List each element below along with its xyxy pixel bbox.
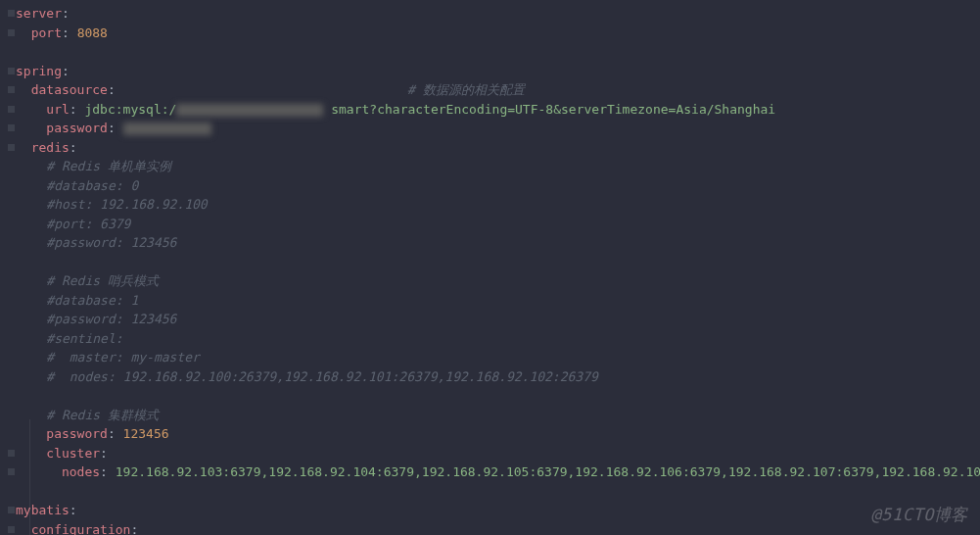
code-line[interactable]: port: 8088 <box>16 24 980 43</box>
token-c <box>16 331 46 346</box>
token-n: 8088 <box>77 25 108 40</box>
token-c <box>16 446 46 461</box>
inline-comment: # 数据源的相关配置 <box>407 80 525 100</box>
fold-marker[interactable] <box>8 86 15 93</box>
code-line[interactable]: #host: 192.168.92.100 <box>16 195 980 215</box>
redacted-text <box>123 122 211 135</box>
token-k: cluster <box>46 446 100 461</box>
code-line[interactable]: nodes: 192.168.92.103:6379,192.168.92.10… <box>16 462 980 482</box>
fold-marker[interactable] <box>8 450 15 457</box>
token-k: mybatis <box>16 503 70 517</box>
watermark: @51CTO博客 <box>871 503 968 528</box>
fold-marker[interactable] <box>8 124 15 131</box>
token-c: : <box>70 503 77 517</box>
token-c: : <box>100 446 108 461</box>
token-c: : <box>130 522 138 536</box>
token-k: server <box>16 6 62 21</box>
token-k: redis <box>31 140 70 155</box>
code-line[interactable]: password: 123456 <box>16 424 980 444</box>
token-c <box>16 273 46 288</box>
token-c: : <box>70 140 77 155</box>
code-line[interactable]: # nodes: 192.168.92.100:26379,192.168.92… <box>16 367 980 387</box>
token-k: datasource <box>31 82 108 97</box>
token-com: #database: 0 <box>46 178 138 193</box>
token-com: #port: 6379 <box>46 217 130 231</box>
token-k: nodes <box>62 464 100 479</box>
code-line[interactable]: #database: 0 <box>16 176 980 196</box>
token-c <box>16 178 46 193</box>
token-s: jdbc:mysql:/ <box>84 102 176 117</box>
code-line[interactable]: #password: 123456 <box>16 310 980 329</box>
token-c: : <box>108 121 123 135</box>
fold-marker[interactable] <box>8 10 15 17</box>
code-line[interactable]: # Redis 单机单实例 <box>16 157 980 176</box>
fold-marker[interactable] <box>8 68 15 74</box>
code-line[interactable]: datasource:# 数据源的相关配置 <box>16 80 980 100</box>
token-k: port <box>31 25 62 40</box>
token-c: : <box>70 102 85 117</box>
token-c <box>16 350 46 365</box>
token-c <box>16 312 46 326</box>
token-com: #host: 192.168.92.100 <box>46 197 207 212</box>
token-k: password <box>46 121 108 135</box>
code-line[interactable] <box>16 386 980 406</box>
code-line[interactable]: # Redis 哨兵模式 <box>16 271 980 291</box>
code-line[interactable] <box>16 482 980 502</box>
code-content[interactable]: server: port: 8088spring: datasource:# 数… <box>16 4 980 535</box>
token-c: : <box>100 464 116 479</box>
token-c <box>16 102 46 117</box>
code-line[interactable]: server: <box>16 4 980 24</box>
token-com: #sentinel: <box>46 331 122 346</box>
code-line[interactable]: cluster: <box>16 444 980 463</box>
token-k: url <box>46 102 69 117</box>
token-c <box>16 426 46 441</box>
fold-marker[interactable] <box>8 29 15 36</box>
token-c: : <box>62 25 77 40</box>
token-c <box>16 159 46 173</box>
code-line[interactable]: #port: 6379 <box>16 215 980 234</box>
token-com: #password: 123456 <box>46 312 176 326</box>
token-k: configuration <box>31 522 131 536</box>
token-k: spring <box>16 64 62 78</box>
fold-marker[interactable] <box>8 468 15 475</box>
gutter <box>8 4 16 535</box>
code-line[interactable]: #password: 123456 <box>16 233 980 253</box>
code-line[interactable]: #sentinel: <box>16 329 980 349</box>
token-c: : <box>62 6 70 21</box>
code-line[interactable]: url: jdbc:mysql:/ smart?characterEncodin… <box>16 100 980 120</box>
token-c <box>16 25 31 40</box>
code-line[interactable]: spring: <box>16 62 980 81</box>
token-com: #database: 1 <box>46 293 138 308</box>
token-c <box>16 197 46 212</box>
fold-marker[interactable] <box>8 507 15 513</box>
token-k: password <box>46 426 108 441</box>
code-line[interactable]: #database: 1 <box>16 291 980 311</box>
code-line[interactable]: mybatis: <box>16 501 980 520</box>
fold-marker[interactable] <box>8 526 15 533</box>
token-c: : <box>62 64 70 78</box>
token-com: # nodes: 192.168.92.100:26379,192.168.92… <box>46 369 598 384</box>
fold-marker[interactable] <box>8 106 15 113</box>
indent-guide-tail <box>29 419 30 535</box>
token-c <box>16 217 46 231</box>
token-com: # master: my-master <box>46 350 200 365</box>
token-n: 123456 <box>123 426 169 441</box>
code-line[interactable] <box>16 253 980 272</box>
code-line[interactable]: password: <box>16 119 980 138</box>
code-line[interactable] <box>16 42 980 62</box>
token-c <box>16 369 46 384</box>
token-s: 192.168.92.103:6379,192.168.92.104:6379,… <box>116 464 980 479</box>
code-editor[interactable]: server: port: 8088spring: datasource:# 数… <box>0 0 980 535</box>
code-line[interactable]: configuration: <box>16 520 980 536</box>
token-c: : <box>108 82 116 97</box>
token-c <box>16 82 31 97</box>
code-line[interactable]: redis: <box>16 138 980 158</box>
token-com: #password: 123456 <box>46 235 176 250</box>
code-line[interactable]: # Redis 集群模式 <box>16 406 980 425</box>
token-c <box>16 140 31 155</box>
token-com: # Redis 哨兵模式 <box>46 273 159 288</box>
code-line[interactable]: # master: my-master <box>16 348 980 367</box>
token-c <box>16 293 46 308</box>
token-c <box>16 235 46 250</box>
fold-marker[interactable] <box>8 144 15 151</box>
